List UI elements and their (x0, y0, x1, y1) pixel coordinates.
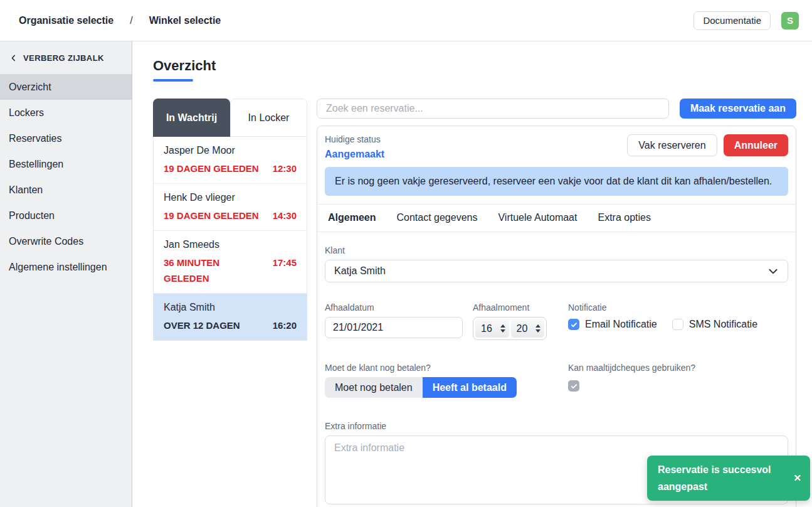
reservation-time: 17:45 (273, 255, 297, 286)
breadcrumb-organisatie[interactable]: Organisatie selectie (19, 15, 113, 26)
meal-voucher-group: Kan maaltijdcheques gebruiken? (568, 363, 695, 392)
status-block: Huidige status Aangemaakt (325, 134, 384, 160)
topbar-actions: Documentatie S (693, 11, 799, 30)
chevron-left-icon (9, 54, 18, 62)
reservation-name: Jan Smeeds (164, 239, 297, 250)
list-item-katja[interactable]: Katja Smith OVER 12 DAGEN 16:20 (154, 294, 307, 340)
afhaalmoment-label: Afhaalmoment (473, 302, 547, 312)
detail-tabs: Algemeen Contact gegevens Virtuele Autom… (325, 205, 788, 232)
sidebar-item-overzicht[interactable]: Overzicht (0, 74, 132, 100)
sidebar-item-lockers[interactable]: Lockers (0, 100, 132, 125)
sidebar-item-klanten[interactable]: Klanten (0, 177, 132, 203)
check-icon (571, 383, 577, 390)
tab-virtuele-automaat[interactable]: Virtuele Automaat (498, 212, 577, 223)
user-avatar[interactable]: S (781, 12, 799, 29)
reserve-slot-button[interactable]: Vak reserveren (627, 134, 717, 156)
sms-notificatie-label: SMS Notificatie (689, 319, 757, 330)
tab-in-locker[interactable]: In Locker (230, 99, 307, 137)
title-underline (153, 79, 193, 82)
main-area: Overzicht In Wachtrij In Locker Jasper D… (132, 41, 812, 507)
tab-in-wachtrij[interactable]: In Wachtrij (153, 99, 230, 137)
sidebar-item-reservaties[interactable]: Reservaties (0, 125, 132, 151)
reservation-age: 19 DAGEN GELEDEN (164, 161, 259, 176)
email-notificatie-label: Email Notificatie (585, 319, 657, 330)
breadcrumb: Organisatie selectie / Winkel selectie (19, 15, 221, 26)
success-toast: Reservatie is succesvol aangepast ✕ (647, 456, 810, 501)
payment-option-moet-nog-betalen[interactable]: Moet nog betalen (325, 377, 423, 398)
klant-group: Klant Katja Smith (325, 245, 788, 282)
minute-stepper[interactable]: 20 (511, 319, 545, 338)
topbar: Organisatie selectie / Winkel selectie D… (0, 0, 812, 41)
queue-tabs: In Wachtrij In Locker (153, 99, 307, 137)
klant-label: Klant (325, 245, 788, 255)
queue-column: In Wachtrij In Locker Jasper De Moor 19 … (153, 99, 307, 341)
hour-stepper[interactable]: 16 (475, 319, 509, 338)
klant-select[interactable]: Katja Smith (325, 260, 788, 282)
extra-info-label: Extra informatie (325, 421, 788, 431)
reservation-age: OVER 12 DAGEN (164, 318, 240, 333)
reservation-detail-card: Huidige status Aangemaakt Vak reserveren… (317, 125, 796, 507)
documentation-button[interactable]: Documentatie (693, 11, 771, 30)
reservation-name: Katja Smith (164, 302, 297, 313)
sidebar-item-overwrite-codes[interactable]: Overwrite Codes (0, 228, 132, 254)
detail-column: Maak reservatie aan Huidige status Aange… (317, 99, 796, 507)
page-title: Overzicht (153, 58, 796, 74)
sms-notificatie-checkbox[interactable] (672, 319, 683, 330)
payment-option-heeft-al-betaald[interactable]: Heeft al betaald (423, 377, 517, 398)
tab-algemeen[interactable]: Algemeen (328, 212, 376, 223)
reservation-age: 19 DAGEN GELEDEN (164, 208, 259, 223)
search-input[interactable] (317, 99, 669, 119)
list-item-jasper[interactable]: Jasper De Moor 19 DAGEN GELEDEN 12:30 (154, 137, 307, 184)
content: VERBERG ZIJBALK Overzicht Lockers Reserv… (0, 41, 812, 507)
list-item-jan[interactable]: Jan Smeeds 36 MINUTEN GELEDEN 17:45 (154, 231, 307, 294)
info-alert: Er is nog geen vakje gereserveerd, reser… (325, 167, 788, 196)
status-value: Aangemaakt (325, 149, 384, 160)
sidebar-item-algemene-instellingen[interactable]: Algemene instellingen (0, 254, 132, 280)
reservation-time: 12:30 (273, 161, 297, 176)
meal-voucher-checkbox[interactable] (568, 380, 579, 392)
breadcrumb-winkel[interactable]: Winkel selectie (149, 15, 221, 26)
sidebar-item-bestellingen[interactable]: Bestellingen (0, 151, 132, 177)
payment-group: Moet de klant nog betalen? Moet nog beta… (325, 363, 788, 398)
close-icon[interactable]: ✕ (793, 472, 801, 484)
klant-select-value: Katja Smith (334, 265, 386, 277)
afhaaldatum-input[interactable] (325, 317, 463, 338)
payment-label: Moet de klant nog betalen? (325, 363, 788, 373)
reservation-time: 16:20 (273, 318, 297, 333)
stepper-arrows-icon[interactable] (535, 324, 540, 333)
stepper-arrows-icon[interactable] (500, 324, 505, 333)
hide-sidebar-label: VERBERG ZIJBALK (23, 53, 104, 63)
notificatie-label: Notificatie (568, 302, 757, 312)
notificatie-group: Notificatie Email Notificatie SMS Notifi… (568, 302, 757, 330)
minute-value: 20 (517, 323, 528, 334)
sidebar: VERBERG ZIJBALK Overzicht Lockers Reserv… (0, 41, 132, 507)
list-item-henk[interactable]: Henk De vlieger 19 DAGEN GELEDEN 14:30 (154, 184, 307, 231)
afhaaldatum-group: Afhaaldatum (325, 302, 463, 340)
reservation-age: 36 MINUTEN GELEDEN (164, 255, 239, 286)
reservation-list: Jasper De Moor 19 DAGEN GELEDEN 12:30 He… (153, 137, 307, 341)
reservation-name: Jasper De Moor (164, 145, 297, 156)
check-icon (571, 321, 577, 328)
afhaalmoment-group: Afhaalmoment 16 20 (473, 302, 547, 340)
meal-voucher-label: Kan maaltijdcheques gebruiken? (568, 363, 695, 373)
reservation-time: 14:30 (273, 208, 297, 223)
sidebar-item-producten[interactable]: Producten (0, 203, 132, 228)
email-notificatie-checkbox[interactable] (568, 319, 579, 330)
toast-message: Reservatie is succesvol aangepast (658, 461, 788, 495)
payment-toggle: Moet nog betalen Heeft al betaald (325, 377, 517, 398)
chevron-down-icon (767, 265, 779, 277)
status-label: Huidige status (325, 134, 384, 144)
time-stepper: 16 20 (473, 317, 547, 340)
reservation-name: Henk De vlieger (164, 192, 297, 203)
breadcrumb-separator: / (130, 15, 132, 26)
tab-contact-gegevens[interactable]: Contact gegevens (396, 212, 477, 223)
tab-extra-opties[interactable]: Extra opties (598, 212, 650, 223)
hide-sidebar-button[interactable]: VERBERG ZIJBALK (0, 41, 132, 74)
cancel-button[interactable]: Annuleer (724, 134, 788, 156)
afhaaldatum-label: Afhaaldatum (325, 302, 463, 312)
create-reservation-button[interactable]: Maak reservatie aan (680, 99, 796, 119)
hour-value: 16 (481, 323, 492, 334)
